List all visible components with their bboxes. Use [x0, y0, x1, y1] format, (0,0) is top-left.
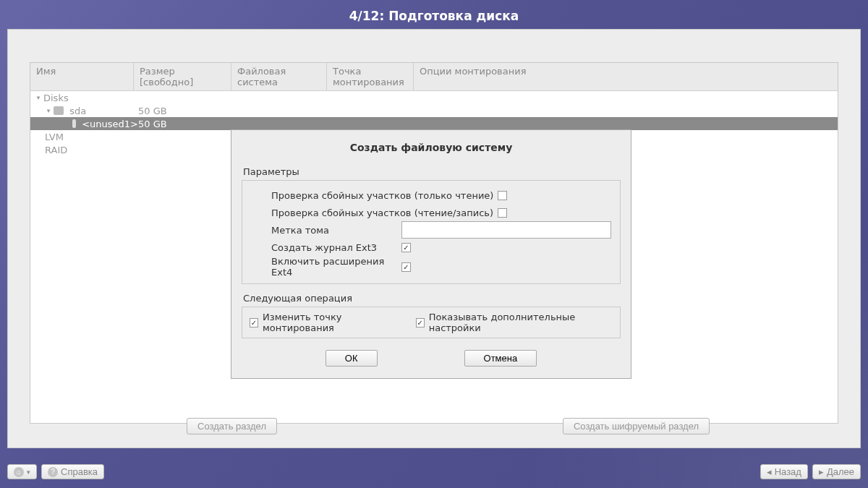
check-badblocks-rw-label: Проверка сбойных участков (чтение/запись… — [271, 207, 493, 218]
ok-button[interactable]: ОК — [326, 350, 378, 367]
col-size[interactable]: Размер [свободно] — [134, 63, 231, 90]
next-button[interactable]: ▸ Далее — [812, 464, 861, 479]
cancel-button[interactable]: Отмена — [464, 350, 537, 367]
next-operation-label: Следующая операция — [231, 290, 631, 307]
ext3-journal-checkbox[interactable]: ✓ — [401, 243, 411, 252]
col-fs[interactable]: Файловая система — [231, 63, 327, 90]
disk-icon — [54, 106, 64, 115]
home-menu-button[interactable]: ⌂▾ — [7, 464, 37, 479]
check-badblocks-ro-label: Проверка сбойных участков (только чтение… — [271, 190, 493, 201]
partition-action-buttons: Создать раздел Создать шифруемый раздел — [30, 418, 838, 435]
ext4-extensions-label: Включить расширения Ext4 — [251, 256, 396, 278]
col-mount[interactable]: Точка монтирования — [327, 63, 414, 90]
tree-label: LVM — [45, 132, 64, 142]
tree-row-disks[interactable]: ▾Disks — [30, 91, 838, 104]
tree-row-unused1[interactable]: <unused1> 50 GB — [30, 117, 838, 130]
next-operation-fieldset: ✓ Изменить точку монтирования ✓ Показыва… — [242, 307, 621, 338]
show-advanced-label: Показывать дополнительные настройки — [429, 312, 613, 333]
col-opts[interactable]: Опции монтирования — [414, 63, 838, 90]
tree-label: RAID — [45, 145, 67, 155]
back-label: Назад — [775, 466, 801, 477]
volume-label-input[interactable] — [401, 221, 611, 239]
params-fieldset: Проверка сбойных участков (только чтение… — [242, 180, 621, 284]
check-badblocks-ro-checkbox[interactable] — [498, 191, 507, 200]
back-button[interactable]: ◂ Назад — [760, 464, 808, 479]
ext4-extensions-checkbox[interactable]: ✓ — [401, 262, 411, 272]
wizard-footer: ⌂▾ ?Справка ◂ Назад ▸ Далее — [7, 464, 861, 479]
next-label: Далее — [827, 466, 854, 477]
expander-icon[interactable]: ▾ — [45, 107, 52, 114]
tree-label: Disks — [43, 93, 69, 103]
show-advanced-checkbox[interactable]: ✓ — [416, 318, 425, 328]
help-icon: ? — [48, 467, 58, 477]
tree-size: 50 GB — [138, 106, 236, 116]
ext3-journal-label: Создать журнал Ext3 — [251, 242, 396, 253]
volume-label-label: Метка тома — [251, 225, 396, 236]
col-name[interactable]: Имя — [30, 63, 134, 90]
dialog-buttons: ОК Отмена — [231, 346, 631, 378]
home-icon: ⌂ — [14, 467, 24, 477]
partition-icon — [72, 119, 76, 128]
tree-header: Имя Размер [свободно] Файловая система Т… — [30, 63, 838, 91]
tree-label: <unused1> — [82, 119, 138, 129]
params-section-label: Параметры — [231, 163, 631, 180]
check-badblocks-rw-checkbox[interactable] — [498, 208, 507, 218]
tree-size: 50 GB — [138, 119, 236, 129]
installer-step-title: 4/12: Подготовка диска — [0, 0, 868, 30]
change-mount-label: Изменить точку монтирования — [263, 312, 403, 333]
help-button[interactable]: ?Справка — [41, 464, 104, 479]
tree-row-sda[interactable]: ▾ sda 50 GB — [30, 104, 838, 117]
help-label: Справка — [61, 466, 98, 477]
change-mount-checkbox[interactable]: ✓ — [250, 318, 258, 328]
chevron-left-icon: ◂ — [767, 466, 772, 477]
create-filesystem-dialog: Создать файловую систему Параметры Прове… — [231, 129, 631, 379]
dialog-title: Создать файловую систему — [231, 130, 631, 163]
chevron-right-icon: ▸ — [819, 466, 824, 477]
create-encrypted-partition-button[interactable]: Создать шифруемый раздел — [563, 418, 710, 435]
chevron-down-icon: ▾ — [27, 468, 30, 476]
expander-icon[interactable]: ▾ — [35, 94, 42, 101]
create-partition-button[interactable]: Создать раздел — [187, 418, 277, 435]
tree-label: sda — [69, 106, 86, 116]
